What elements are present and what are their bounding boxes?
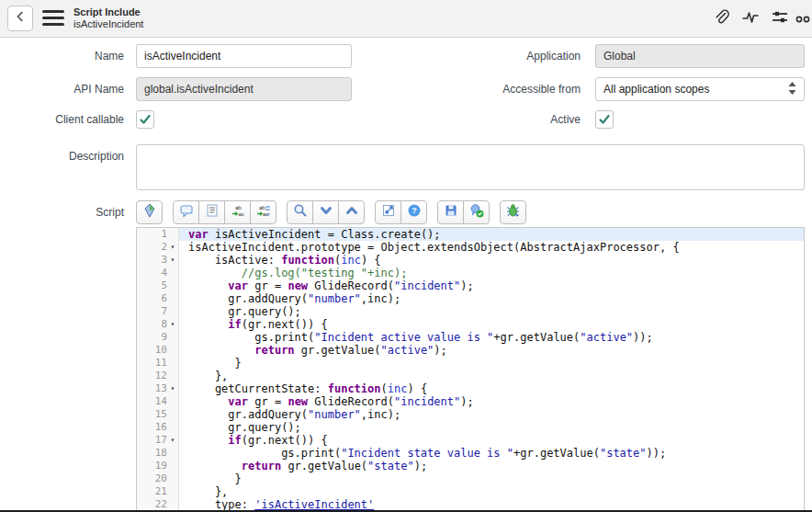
- line-number: 19: [137, 460, 179, 472]
- accessible-from-label: Accessible from: [441, 77, 581, 101]
- accessible-from-select[interactable]: All application scopes: [595, 77, 805, 101]
- code-line[interactable]: 8▾ if(gr.next()) {: [137, 318, 804, 331]
- script-label: Script: [0, 200, 124, 224]
- script-debugger-button[interactable]: [500, 200, 526, 224]
- script-code-editor[interactable]: 1var isActiveIncident = Class.create();2…: [136, 227, 805, 512]
- format-code-button[interactable]: [198, 200, 225, 224]
- line-number: 6: [137, 292, 179, 305]
- personalize-icon: [771, 8, 789, 30]
- code-text: var gr = new GlideRecord("incident");: [179, 395, 804, 408]
- line-number: 12: [137, 370, 179, 382]
- code-text: gs.print("Incident state value is "+gr.g…: [179, 447, 804, 460]
- script-include-form-page: Script Include isActiveIncident: [0, 0, 812, 512]
- code-line[interactable]: 11 }: [137, 357, 804, 370]
- save-icon: [444, 203, 458, 222]
- line-number: 4: [137, 267, 179, 279]
- code-line[interactable]: 16 gr.query();: [137, 421, 804, 434]
- code-line[interactable]: 1var isActiveIncident = Class.create();: [137, 228, 804, 241]
- code-text: return gr.getValue("state");: [179, 460, 804, 472]
- code-line[interactable]: 15 gr.addQuery("number",inc);: [137, 408, 804, 421]
- script-editor-toolbar: abac abac: [136, 200, 536, 224]
- code-line[interactable]: 3▾ isActive: function(inc) {: [137, 254, 804, 267]
- script-debugger-icon: [506, 203, 521, 222]
- code-line[interactable]: 9 gs.print("Incident active value is "+g…: [137, 331, 804, 344]
- code-line[interactable]: 6 gr.addQuery("number",inc);: [137, 292, 804, 305]
- find-next-button[interactable]: [312, 200, 339, 224]
- code-line[interactable]: 19 return gr.getValue("state");: [137, 460, 804, 472]
- code-line[interactable]: 10 return gr.getValue("active");: [137, 344, 804, 357]
- svg-text:ac: ac: [238, 211, 243, 217]
- code-text: var gr = new GlideRecord("incident");: [179, 279, 804, 292]
- description-label: Description: [0, 144, 124, 168]
- line-number-fold-toggle[interactable]: 2▾: [137, 241, 179, 254]
- more-options-button[interactable]: [795, 9, 812, 29]
- code-lines: 1var isActiveIncident = Class.create();2…: [137, 228, 804, 511]
- select-spinner-icon: [788, 82, 796, 97]
- replace-all-icon: abac: [256, 203, 271, 222]
- line-number: 11: [137, 357, 179, 370]
- find-previous-icon: [344, 203, 359, 222]
- fold-arrow-icon: ▾: [167, 434, 178, 447]
- name-input[interactable]: [136, 44, 352, 68]
- attachment-button[interactable]: [711, 9, 731, 29]
- code-line[interactable]: 21 },: [137, 485, 804, 498]
- code-line[interactable]: 17▾ if(gr.next()) {: [137, 434, 804, 447]
- accessible-from-value: All application scopes: [603, 83, 709, 96]
- check-icon: [139, 113, 152, 126]
- code-text: isActive: function(inc) {: [179, 254, 804, 267]
- code-line[interactable]: 4 //gs.log("testing "+inc);: [137, 267, 804, 279]
- replace-all-button[interactable]: abac: [250, 200, 276, 224]
- personalize-form-button[interactable]: [770, 9, 790, 29]
- code-text: if(gr.next()) {: [179, 434, 804, 447]
- toggle-comment-button[interactable]: [173, 200, 199, 224]
- code-line[interactable]: 13▾ getCurrentState: function(inc) {: [137, 382, 804, 395]
- active-checkbox[interactable]: [595, 110, 614, 129]
- description-textarea[interactable]: [136, 144, 805, 190]
- client-callable-checkbox[interactable]: [136, 110, 154, 129]
- code-line[interactable]: 7 gr.query();: [137, 305, 804, 318]
- line-number-fold-toggle[interactable]: 17▾: [137, 434, 179, 447]
- help-icon: ?: [407, 203, 422, 222]
- menu-icon[interactable]: [42, 10, 64, 27]
- syntax-editor-toggle-icon: [142, 203, 157, 222]
- activity-button[interactable]: [740, 9, 761, 29]
- code-text: var isActiveIncident = Class.create();: [179, 228, 804, 241]
- attachment-icon: [712, 8, 730, 30]
- line-number-fold-toggle[interactable]: 3▾: [137, 254, 179, 267]
- code-line[interactable]: 22 type: 'isActiveIncident': [137, 498, 804, 511]
- code-line[interactable]: 5 var gr = new GlideRecord("incident");: [137, 279, 804, 292]
- svg-text:?: ?: [412, 206, 417, 215]
- svg-text:ab: ab: [235, 205, 242, 210]
- record-name-title: isActiveIncident: [73, 18, 143, 30]
- find-previous-button[interactable]: [338, 200, 365, 224]
- code-line[interactable]: 12 },: [137, 370, 804, 382]
- back-icon: [14, 10, 27, 27]
- code-text: getCurrentState: function(inc) {: [179, 382, 804, 395]
- syntax-editor-toggle-button[interactable]: [136, 200, 163, 224]
- api-name-field: [136, 77, 352, 101]
- back-button[interactable]: [7, 6, 33, 31]
- replace-icon: abac: [231, 203, 245, 222]
- line-number: 20: [137, 472, 179, 485]
- replace-button[interactable]: abac: [224, 200, 251, 224]
- save-button[interactable]: [437, 200, 464, 224]
- open-fullscreen-button[interactable]: [375, 200, 401, 224]
- line-number-fold-toggle[interactable]: 8▾: [137, 318, 179, 331]
- validate-script-button[interactable]: [463, 200, 490, 224]
- code-line[interactable]: 18 gs.print("Incident state value is "+g…: [137, 447, 804, 460]
- check-icon: [598, 113, 611, 126]
- code-line[interactable]: 20 }: [137, 472, 804, 485]
- line-number-fold-toggle[interactable]: 13▾: [137, 382, 179, 395]
- search-button[interactable]: [287, 200, 313, 224]
- code-line[interactable]: 2▾isActiveIncident.prototype = Object.ex…: [137, 241, 804, 254]
- toggle-comment-icon: [179, 203, 194, 222]
- code-text: return gr.getValue("active");: [179, 344, 804, 357]
- active-label: Active: [441, 110, 581, 129]
- code-line[interactable]: 14 var gr = new GlideRecord("incident");: [137, 395, 804, 408]
- code-text: gr.addQuery("number",inc);: [179, 408, 804, 421]
- code-text: gs.print("Incident active value is "+gr.…: [179, 331, 804, 344]
- code-text: if(gr.next()) {: [179, 318, 804, 331]
- help-button[interactable]: ?: [400, 200, 427, 224]
- application-label: Application: [441, 44, 581, 68]
- code-text: },: [179, 485, 804, 498]
